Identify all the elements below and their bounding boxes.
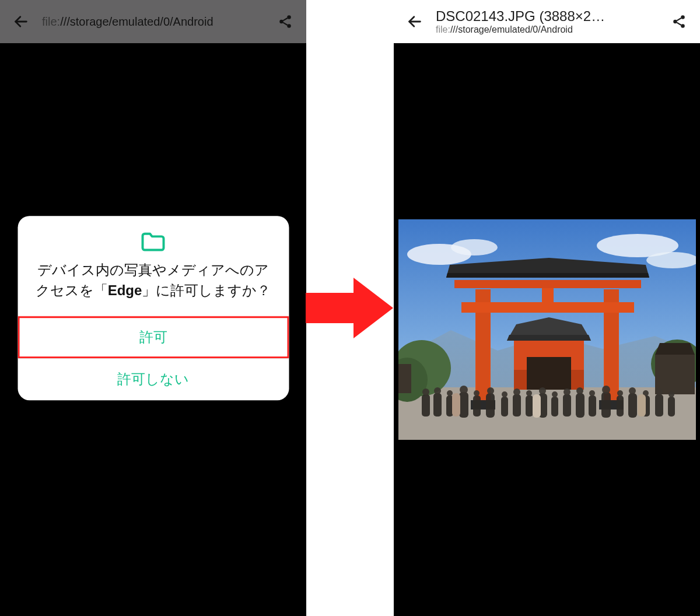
svg-point-60: [434, 387, 441, 394]
svg-rect-57: [655, 394, 663, 416]
arrow-back-icon: [407, 13, 423, 30]
share-icon: [671, 14, 687, 29]
svg-rect-42: [459, 392, 468, 418]
svg-rect-49: [551, 397, 558, 416]
svg-rect-55: [628, 393, 637, 418]
svg-rect-21: [398, 364, 411, 393]
svg-point-71: [576, 387, 583, 394]
svg-rect-50: [563, 394, 571, 416]
svg-rect-46: [513, 394, 521, 416]
step-arrow-icon: [306, 275, 394, 341]
svg-point-64: [487, 387, 494, 394]
svg-marker-26: [507, 335, 591, 341]
allow-button[interactable]: 許可: [18, 316, 289, 358]
svg-point-67: [526, 390, 532, 396]
phone-screenshot-left: file:///storage/emulated/0/Android デバイス内…: [0, 0, 306, 616]
svg-point-72: [589, 390, 595, 396]
svg-point-7: [681, 24, 685, 28]
svg-rect-52: [589, 396, 596, 416]
svg-rect-53: [601, 392, 611, 418]
svg-point-65: [502, 391, 508, 397]
deny-button[interactable]: 許可しない: [18, 358, 289, 400]
title-area: DSC02143.JPG (3888×2… file:///storage/em…: [436, 8, 658, 35]
svg-rect-19: [655, 355, 695, 394]
svg-rect-45: [501, 397, 508, 416]
svg-rect-79: [533, 394, 541, 418]
svg-rect-47: [526, 396, 533, 416]
svg-marker-20: [655, 343, 695, 355]
svg-point-78: [668, 391, 674, 397]
svg-point-73: [602, 386, 610, 394]
svg-rect-33: [461, 302, 634, 313]
folder-icon: [18, 216, 289, 257]
svg-point-5: [681, 15, 685, 19]
app-bar: DSC02143.JPG (3888×2… file:///storage/em…: [394, 0, 700, 43]
svg-point-6: [673, 20, 677, 24]
permission-dialog: デバイス内の写真やメディアへのアクセスを「Edge」に許可しますか？ 許可 許可…: [18, 216, 289, 400]
svg-point-66: [513, 388, 520, 396]
svg-marker-38: [446, 273, 649, 278]
file-path: file:///storage/emulated/0/Android: [436, 24, 658, 35]
svg-rect-24: [527, 357, 571, 390]
svg-rect-81: [638, 394, 646, 416]
svg-point-10: [451, 239, 498, 256]
svg-point-61: [447, 390, 453, 396]
svg-rect-54: [617, 396, 624, 416]
svg-rect-40: [433, 393, 442, 416]
svg-point-59: [422, 388, 429, 396]
svg-rect-44: [486, 393, 495, 418]
svg-point-75: [629, 387, 636, 394]
svg-point-70: [564, 388, 570, 396]
phone-screenshot-right: DSC02143.JPG (3888×2… file:///storage/em…: [394, 0, 700, 616]
share-button[interactable]: [665, 8, 693, 36]
svg-point-69: [552, 391, 558, 397]
svg-rect-58: [668, 397, 675, 416]
photo-image: [398, 219, 696, 440]
file-title: DSC02143.JPG (3888×2…: [436, 8, 658, 24]
svg-point-68: [539, 387, 546, 394]
svg-marker-82: [306, 278, 393, 338]
photo-viewer[interactable]: [394, 43, 700, 616]
svg-rect-51: [576, 393, 584, 418]
svg-rect-43: [473, 396, 481, 416]
svg-point-62: [460, 386, 468, 394]
svg-point-74: [617, 390, 623, 396]
permission-message: デバイス内の写真やメディアへのアクセスを「Edge」に許可しますか？: [18, 257, 289, 316]
svg-point-77: [656, 388, 663, 396]
svg-rect-80: [452, 393, 460, 416]
svg-rect-39: [422, 394, 430, 416]
svg-point-63: [474, 390, 480, 396]
svg-rect-36: [454, 280, 641, 288]
back-button[interactable]: [401, 8, 429, 36]
